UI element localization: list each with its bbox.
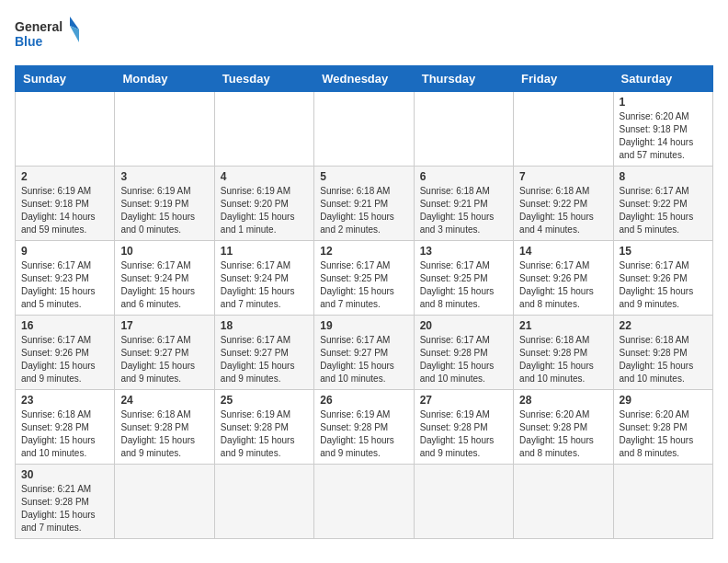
calendar-cell: 7Sunrise: 6:18 AM Sunset: 9:22 PM Daylig… <box>514 167 613 241</box>
day-info: Sunrise: 6:17 AM Sunset: 9:24 PM Dayligh… <box>120 259 208 311</box>
calendar-cell <box>514 92 613 167</box>
calendar-cell: 10Sunrise: 6:17 AM Sunset: 9:24 PM Dayli… <box>115 241 214 316</box>
day-number: 6 <box>420 170 507 183</box>
day-number: 17 <box>120 319 208 332</box>
day-number: 3 <box>120 170 208 183</box>
logo: General Blue <box>15 15 79 56</box>
day-number: 13 <box>420 245 507 258</box>
calendar-cell: 9Sunrise: 6:17 AM Sunset: 9:23 PM Daylig… <box>16 241 115 316</box>
day-number: 15 <box>620 245 707 258</box>
calendar-cell <box>613 465 712 539</box>
calendar-cell: 25Sunrise: 6:19 AM Sunset: 9:28 PM Dayli… <box>214 390 313 465</box>
calendar-cell: 24Sunrise: 6:18 AM Sunset: 9:28 PM Dayli… <box>115 390 214 465</box>
calendar-cell <box>214 465 313 539</box>
day-number: 16 <box>21 319 108 332</box>
calendar-cell: 30Sunrise: 6:21 AM Sunset: 9:28 PM Dayli… <box>16 465 115 539</box>
day-number: 30 <box>21 468 108 481</box>
calendar-cell: 15Sunrise: 6:17 AM Sunset: 9:26 PM Dayli… <box>613 241 712 316</box>
day-info: Sunrise: 6:19 AM Sunset: 9:18 PM Dayligh… <box>21 185 108 236</box>
day-info: Sunrise: 6:19 AM Sunset: 9:28 PM Dayligh… <box>221 408 308 460</box>
day-info: Sunrise: 6:18 AM Sunset: 9:28 PM Dayligh… <box>519 334 607 385</box>
day-info: Sunrise: 6:19 AM Sunset: 9:19 PM Dayligh… <box>120 185 208 236</box>
calendar-week-row: 30Sunrise: 6:21 AM Sunset: 9:28 PM Dayli… <box>16 465 713 539</box>
day-number: 24 <box>120 394 208 407</box>
svg-text:General: General <box>15 19 63 34</box>
weekday-header-tuesday: Tuesday <box>214 66 313 92</box>
day-info: Sunrise: 6:19 AM Sunset: 9:28 PM Dayligh… <box>320 408 407 460</box>
generalblue-logo: General Blue <box>15 15 79 56</box>
calendar-cell: 20Sunrise: 6:17 AM Sunset: 9:28 PM Dayli… <box>414 316 513 390</box>
day-info: Sunrise: 6:17 AM Sunset: 9:26 PM Dayligh… <box>620 259 707 311</box>
day-number: 22 <box>620 319 707 332</box>
weekday-header-row: SundayMondayTuesdayWednesdayThursdayFrid… <box>16 66 713 92</box>
day-number: 23 <box>21 394 108 407</box>
day-info: Sunrise: 6:17 AM Sunset: 9:23 PM Dayligh… <box>21 259 108 311</box>
calendar-cell: 29Sunrise: 6:20 AM Sunset: 9:28 PM Dayli… <box>613 390 712 465</box>
calendar-cell: 18Sunrise: 6:17 AM Sunset: 9:27 PM Dayli… <box>214 316 313 390</box>
calendar-cell: 3Sunrise: 6:19 AM Sunset: 9:19 PM Daylig… <box>115 167 214 241</box>
calendar-cell <box>314 92 414 167</box>
day-info: Sunrise: 6:17 AM Sunset: 9:26 PM Dayligh… <box>21 334 108 385</box>
day-info: Sunrise: 6:17 AM Sunset: 9:28 PM Dayligh… <box>420 334 507 385</box>
day-info: Sunrise: 6:19 AM Sunset: 9:20 PM Dayligh… <box>221 185 308 236</box>
day-info: Sunrise: 6:18 AM Sunset: 9:21 PM Dayligh… <box>420 185 507 236</box>
calendar-cell: 23Sunrise: 6:18 AM Sunset: 9:28 PM Dayli… <box>16 390 115 465</box>
day-info: Sunrise: 6:20 AM Sunset: 9:18 PM Dayligh… <box>620 110 707 162</box>
day-number: 18 <box>221 319 308 332</box>
calendar-cell <box>314 465 414 539</box>
day-number: 19 <box>320 319 407 332</box>
day-info: Sunrise: 6:17 AM Sunset: 9:27 PM Dayligh… <box>120 334 208 385</box>
day-number: 4 <box>221 170 308 183</box>
calendar-week-row: 2Sunrise: 6:19 AM Sunset: 9:18 PM Daylig… <box>16 167 713 241</box>
weekday-header-sunday: Sunday <box>16 66 115 92</box>
weekday-header-wednesday: Wednesday <box>314 66 414 92</box>
day-number: 26 <box>320 394 407 407</box>
calendar-cell: 4Sunrise: 6:19 AM Sunset: 9:20 PM Daylig… <box>214 167 313 241</box>
day-number: 21 <box>519 319 607 332</box>
calendar-week-row: 23Sunrise: 6:18 AM Sunset: 9:28 PM Dayli… <box>16 390 713 465</box>
calendar-cell: 1Sunrise: 6:20 AM Sunset: 9:18 PM Daylig… <box>613 92 712 167</box>
weekday-header-friday: Friday <box>514 66 613 92</box>
calendar-cell: 12Sunrise: 6:17 AM Sunset: 9:25 PM Dayli… <box>314 241 414 316</box>
day-number: 27 <box>420 394 507 407</box>
calendar-week-row: 16Sunrise: 6:17 AM Sunset: 9:26 PM Dayli… <box>16 316 713 390</box>
day-info: Sunrise: 6:17 AM Sunset: 9:22 PM Dayligh… <box>620 185 707 236</box>
day-info: Sunrise: 6:17 AM Sunset: 9:26 PM Dayligh… <box>519 259 607 311</box>
svg-text:Blue: Blue <box>15 34 43 49</box>
calendar-cell: 28Sunrise: 6:20 AM Sunset: 9:28 PM Dayli… <box>514 390 613 465</box>
calendar-cell: 17Sunrise: 6:17 AM Sunset: 9:27 PM Dayli… <box>115 316 214 390</box>
calendar-cell: 6Sunrise: 6:18 AM Sunset: 9:21 PM Daylig… <box>414 167 513 241</box>
day-info: Sunrise: 6:19 AM Sunset: 9:28 PM Dayligh… <box>420 408 507 460</box>
day-number: 20 <box>420 319 507 332</box>
calendar-cell <box>414 465 513 539</box>
day-info: Sunrise: 6:18 AM Sunset: 9:28 PM Dayligh… <box>620 334 707 385</box>
calendar-cell: 26Sunrise: 6:19 AM Sunset: 9:28 PM Dayli… <box>314 390 414 465</box>
header: General Blue <box>15 15 713 56</box>
calendar-cell: 27Sunrise: 6:19 AM Sunset: 9:28 PM Dayli… <box>414 390 513 465</box>
calendar-cell: 14Sunrise: 6:17 AM Sunset: 9:26 PM Dayli… <box>514 241 613 316</box>
day-number: 5 <box>320 170 407 183</box>
day-info: Sunrise: 6:17 AM Sunset: 9:25 PM Dayligh… <box>320 259 407 311</box>
day-number: 7 <box>519 170 607 183</box>
day-number: 11 <box>221 245 308 258</box>
weekday-header-saturday: Saturday <box>613 66 712 92</box>
weekday-header-thursday: Thursday <box>414 66 513 92</box>
calendar-cell: 11Sunrise: 6:17 AM Sunset: 9:24 PM Dayli… <box>214 241 313 316</box>
calendar-cell: 2Sunrise: 6:19 AM Sunset: 9:18 PM Daylig… <box>16 167 115 241</box>
calendar-cell <box>414 92 513 167</box>
calendar-cell <box>115 92 214 167</box>
day-number: 9 <box>21 245 108 258</box>
day-info: Sunrise: 6:20 AM Sunset: 9:28 PM Dayligh… <box>620 408 707 460</box>
day-number: 2 <box>21 170 108 183</box>
calendar-cell: 16Sunrise: 6:17 AM Sunset: 9:26 PM Dayli… <box>16 316 115 390</box>
day-info: Sunrise: 6:18 AM Sunset: 9:28 PM Dayligh… <box>120 408 208 460</box>
day-info: Sunrise: 6:17 AM Sunset: 9:25 PM Dayligh… <box>420 259 507 311</box>
day-number: 25 <box>221 394 308 407</box>
day-info: Sunrise: 6:17 AM Sunset: 9:27 PM Dayligh… <box>221 334 308 385</box>
calendar-cell: 8Sunrise: 6:17 AM Sunset: 9:22 PM Daylig… <box>613 167 712 241</box>
calendar-cell: 5Sunrise: 6:18 AM Sunset: 9:21 PM Daylig… <box>314 167 414 241</box>
day-number: 10 <box>120 245 208 258</box>
day-number: 1 <box>620 96 707 109</box>
day-info: Sunrise: 6:18 AM Sunset: 9:21 PM Dayligh… <box>320 185 407 236</box>
day-info: Sunrise: 6:17 AM Sunset: 9:24 PM Dayligh… <box>221 259 308 311</box>
